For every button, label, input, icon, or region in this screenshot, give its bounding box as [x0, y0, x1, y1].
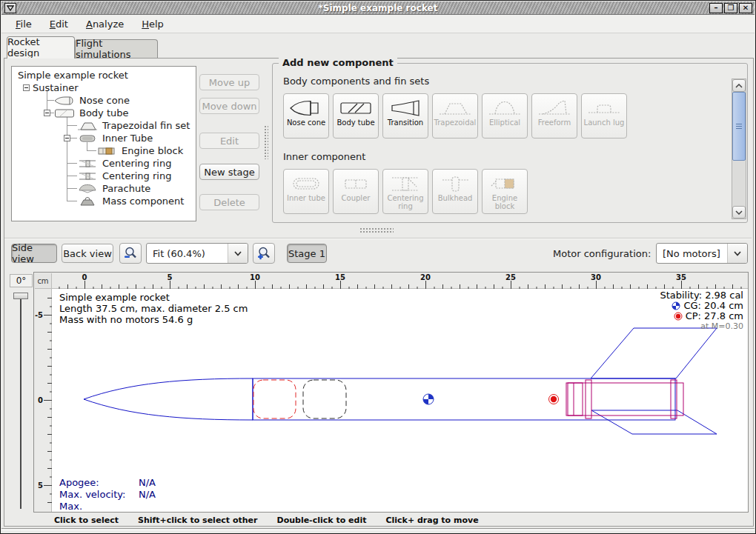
zoom-in-button[interactable] — [253, 243, 275, 264]
expand-handle-inner-tube[interactable] — [64, 135, 70, 141]
add-engine-block-button[interactable]: Engine block — [482, 169, 528, 214]
chevron-down-icon — [233, 250, 243, 257]
tree-item-engine-block[interactable]: Engine block — [96, 144, 183, 157]
freeform-fin-icon — [537, 99, 571, 118]
cp-marker[interactable] — [549, 395, 559, 404]
tree-item-centering-ring-1[interactable]: Centering ring — [77, 157, 171, 170]
cg-row: CG: 20.4 cm — [660, 301, 743, 311]
zoom-level-select[interactable]: Fit (60.4%) — [146, 243, 248, 264]
delete-button[interactable]: Delete — [199, 194, 259, 210]
fin-upper-outline[interactable] — [591, 328, 717, 378]
scroll-down-button[interactable] — [732, 206, 746, 218]
tree-connector — [47, 100, 54, 101]
body-tube-outline[interactable] — [253, 378, 675, 420]
inner-component-label: Inner component — [283, 151, 365, 162]
launch-lug-icon — [587, 99, 621, 118]
centering-ring-2-outline[interactable] — [671, 380, 677, 418]
add-trapezoidal-fin-button[interactable]: Trapezoidal — [432, 93, 478, 138]
cg-value: CG: 20.4 cm — [683, 301, 743, 311]
add-inner-tube-button[interactable]: Inner tube — [283, 169, 329, 214]
tree-label: Inner Tube — [102, 133, 153, 144]
zoom-dropdown-button[interactable] — [228, 244, 248, 263]
chevron-down-icon — [732, 250, 743, 257]
tab-flight-simulations[interactable]: Flight simulations — [75, 39, 158, 58]
tree-item-nose-cone[interactable]: Nose cone — [54, 94, 130, 107]
zoom-level-value: Fit (60.4%) — [147, 244, 228, 263]
apogee-value: N/A — [139, 477, 156, 488]
stability-block: Stability: 2.98 cal CG: 20.4 cm CP: 27.8… — [660, 290, 743, 332]
add-bulkhead-button[interactable]: Bulkhead — [432, 169, 478, 214]
stage-1-toggle[interactable]: Stage 1 — [287, 244, 327, 263]
new-stage-button[interactable]: New stage — [199, 164, 259, 180]
engine-block-outline[interactable] — [568, 383, 583, 415]
expand-handle-sustainer[interactable] — [23, 84, 30, 91]
nose-cone-outline[interactable] — [84, 378, 253, 420]
edit-button[interactable]: Edit — [199, 133, 259, 149]
tree-item-rocket[interactable]: Simple example rocket — [18, 69, 128, 81]
motor-configuration-label: Motor configuration: — [553, 248, 651, 259]
tree-connector — [70, 138, 77, 138]
fin-lower-outline[interactable] — [591, 410, 717, 434]
split-divider[interactable] — [4, 238, 752, 239]
button-label: Bulkhead — [438, 194, 473, 202]
mach-note: at M=0.30 — [660, 321, 743, 332]
body-components-label: Body components and fin sets — [283, 76, 429, 87]
move-up-button[interactable]: Move up — [199, 74, 259, 90]
close-button[interactable]: ✕ — [739, 3, 752, 13]
tree-item-sustainer[interactable]: Sustainer — [33, 81, 79, 94]
rotation-slider-handle[interactable] — [13, 293, 28, 299]
max-velocity-value: N/A — [139, 489, 156, 500]
tree-connector — [67, 176, 77, 176]
component-panel-scrollbar[interactable] — [732, 79, 746, 219]
centering-ring-icon — [388, 174, 422, 193]
rocket-name: Simple example rocket — [59, 292, 248, 303]
minimize-button[interactable]: – — [709, 3, 723, 13]
menu-item-edit[interactable]: Edit — [43, 16, 75, 32]
cp-row: CP: 27.8 cm — [660, 311, 743, 321]
move-down-button[interactable]: Move down — [199, 98, 259, 114]
menu-item-file[interactable]: File — [9, 16, 39, 32]
zoom-out-button[interactable] — [119, 243, 142, 264]
menu-item-analyze[interactable]: Analyze — [79, 16, 130, 32]
menu-help-rest: elp — [149, 19, 164, 30]
tab-rocket-design[interactable]: Rocket design — [7, 36, 75, 58]
motor-dropdown-button[interactable] — [727, 244, 747, 263]
menu-item-help[interactable]: Help — [135, 16, 170, 32]
maximize-button[interactable]: ❐ — [724, 3, 737, 13]
button-label: Coupler — [342, 194, 371, 202]
horizontal-split-grip[interactable] — [359, 227, 394, 233]
vertical-ruler-svg: -505 — [35, 289, 52, 512]
parachute-icon — [77, 184, 98, 194]
tree-item-body-tube[interactable]: Body tube — [54, 107, 129, 119]
tree-item-inner-tube[interactable]: Inner Tube — [77, 132, 153, 144]
back-view-toggle[interactable]: Back view — [62, 244, 113, 263]
rotation-slider-track[interactable] — [20, 297, 21, 509]
add-freeform-fin-button[interactable]: Freeform — [531, 93, 577, 138]
add-centering-ring-button[interactable]: Centering ring — [382, 169, 428, 214]
rocket-design-canvas[interactable]: Simple example rocket Length 37.5 cm, ma… — [52, 289, 748, 512]
scroll-up-button[interactable] — [732, 79, 746, 92]
menu-edit-rest: dit — [56, 19, 68, 30]
add-coupler-button[interactable]: Coupler — [333, 169, 379, 214]
component-tree[interactable]: Simple example rocket Sustainer Nose con… — [11, 66, 196, 221]
tree-item-trapezoidal-fin-set[interactable]: Trapezoidal fin set — [77, 119, 190, 132]
tree-item-centering-ring-2[interactable]: Centering ring — [77, 170, 171, 182]
motor-configuration-select[interactable]: [No motors] — [656, 243, 748, 264]
expand-handle-body-tube[interactable] — [44, 110, 50, 116]
tree-item-mass-component[interactable]: Mass component — [77, 195, 184, 207]
tree-item-parachute[interactable]: Parachute — [77, 182, 150, 195]
tree-label: Nose cone — [79, 95, 130, 106]
vertical-split-grip[interactable] — [264, 125, 268, 159]
cg-marker[interactable] — [423, 394, 434, 404]
mass-component-outline[interactable] — [303, 380, 346, 418]
centering-ring-1-outline[interactable] — [586, 380, 591, 418]
add-body-tube-button[interactable]: Body tube — [333, 93, 379, 138]
scrollbar-thumb[interactable] — [732, 92, 746, 161]
motor-configuration-value: [No motors] — [657, 244, 727, 263]
add-nose-cone-button[interactable]: Nose cone — [283, 93, 329, 138]
add-launch-lug-button[interactable]: Launch lug — [581, 93, 627, 138]
side-view-toggle[interactable]: Side view — [11, 244, 57, 263]
parachute-outline[interactable] — [253, 380, 296, 418]
add-transition-button[interactable]: Transition — [382, 93, 428, 138]
add-elliptical-fin-button[interactable]: Elliptical — [482, 93, 528, 138]
